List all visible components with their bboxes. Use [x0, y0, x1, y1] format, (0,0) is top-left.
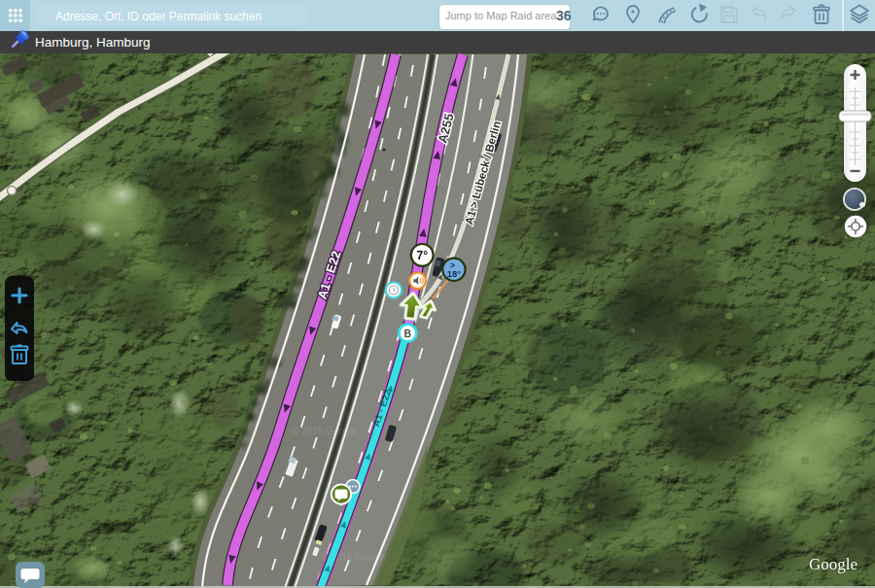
svg-text:7°: 7° [416, 249, 428, 262]
svg-text:© 2016 Google: © 2016 Google [292, 426, 358, 436]
svg-text:B: B [404, 328, 412, 339]
svg-text:18°: 18° [447, 268, 462, 279]
